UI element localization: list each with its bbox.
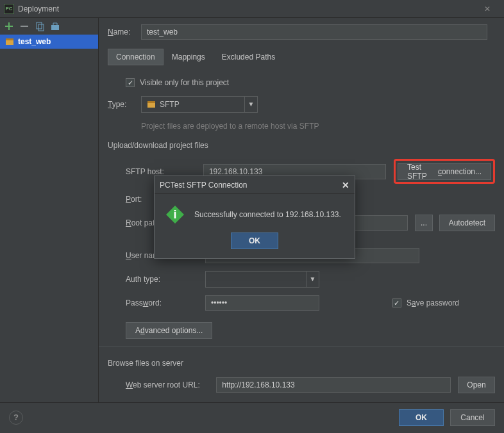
cancel-button[interactable]: Cancel bbox=[450, 409, 495, 426]
svg-rect-0 bbox=[21, 26, 28, 27]
info-icon: i bbox=[165, 204, 185, 225]
auth-type-label: Auth type: bbox=[126, 275, 205, 284]
add-icon[interactable] bbox=[4, 21, 14, 31]
auth-type-select[interactable]: ▼ bbox=[205, 271, 319, 288]
svg-rect-3 bbox=[51, 25, 59, 30]
type-value: SFTP bbox=[160, 100, 180, 109]
sidebar: test_web bbox=[0, 18, 99, 402]
type-label: Type: bbox=[108, 100, 141, 109]
sidebar-item-server[interactable]: test_web bbox=[0, 35, 98, 49]
svg-rect-1 bbox=[37, 22, 42, 29]
server-icon bbox=[5, 37, 14, 46]
type-select[interactable]: SFTP ▼ bbox=[141, 96, 258, 113]
titlebar: PC Deployment ✕ bbox=[0, 0, 504, 18]
save-password-label: Save password bbox=[407, 298, 459, 307]
sidebar-toolbar bbox=[0, 18, 98, 35]
tabs: Connection Mappings Excluded Paths bbox=[108, 49, 495, 65]
svg-text:i: i bbox=[173, 208, 176, 221]
name-input[interactable] bbox=[141, 24, 487, 40]
dialog-titlebar: PC Test SFTP Connection ✕ bbox=[155, 176, 355, 194]
browse-section-title: Browse files on server bbox=[108, 359, 495, 368]
sftp-host-label: SFTP host: bbox=[126, 167, 196, 176]
dialog-ok-button[interactable]: OK bbox=[231, 233, 278, 249]
import-icon[interactable] bbox=[50, 21, 60, 31]
password-label: Password: bbox=[126, 298, 205, 307]
autodetect-button[interactable]: Autodetect bbox=[439, 215, 495, 231]
svg-rect-7 bbox=[147, 101, 155, 103]
server-icon bbox=[147, 100, 156, 109]
type-hint: Project files are deployed to a remote h… bbox=[141, 122, 495, 131]
dialog-message: Successfully connected to 192.168.10.133… bbox=[194, 210, 341, 219]
test-connection-highlight: Test SFTP connection... bbox=[394, 159, 495, 184]
app-icon: PC bbox=[4, 4, 14, 14]
root-browse-button[interactable]: ... bbox=[415, 215, 433, 231]
dialog-title: Test SFTP Connection bbox=[171, 181, 248, 190]
visible-only-label: Visible only for this project bbox=[140, 78, 229, 87]
password-input[interactable] bbox=[205, 295, 319, 311]
test-connection-button[interactable]: Test SFTP connection... bbox=[398, 163, 491, 180]
chevron-down-icon: ▼ bbox=[306, 272, 319, 287]
sidebar-item-label: test_web bbox=[18, 37, 51, 46]
tab-connection[interactable]: Connection bbox=[108, 49, 164, 65]
copy-icon[interactable] bbox=[35, 21, 45, 31]
web-root-input[interactable] bbox=[216, 377, 450, 393]
chevron-down-icon: ▼ bbox=[244, 97, 257, 112]
test-connection-dialog: PC Test SFTP Connection ✕ i Successfully… bbox=[154, 176, 355, 259]
app-icon: PC bbox=[160, 181, 171, 190]
save-password-checkbox[interactable] bbox=[392, 298, 401, 307]
ok-button[interactable]: OK bbox=[399, 409, 444, 426]
advanced-options-button[interactable]: Advanced options... bbox=[126, 322, 212, 339]
visible-only-checkbox[interactable] bbox=[126, 78, 135, 87]
svg-rect-2 bbox=[38, 24, 44, 31]
name-label: Name: bbox=[108, 28, 141, 37]
tab-excluded-paths[interactable]: Excluded Paths bbox=[214, 49, 283, 65]
close-icon[interactable]: ✕ bbox=[342, 180, 349, 190]
help-icon[interactable]: ? bbox=[9, 411, 23, 425]
footer: ? OK Cancel bbox=[0, 402, 504, 432]
svg-rect-5 bbox=[6, 38, 13, 40]
open-button[interactable]: Open bbox=[458, 377, 495, 393]
tab-mappings[interactable]: Mappings bbox=[164, 49, 214, 65]
upload-section-title: Upload/download project files bbox=[108, 141, 495, 150]
close-window-icon[interactable]: ✕ bbox=[475, 4, 500, 13]
remove-icon[interactable] bbox=[19, 21, 29, 31]
web-root-label: Web server root URL: bbox=[126, 380, 216, 389]
window-title: Deployment bbox=[18, 4, 59, 13]
